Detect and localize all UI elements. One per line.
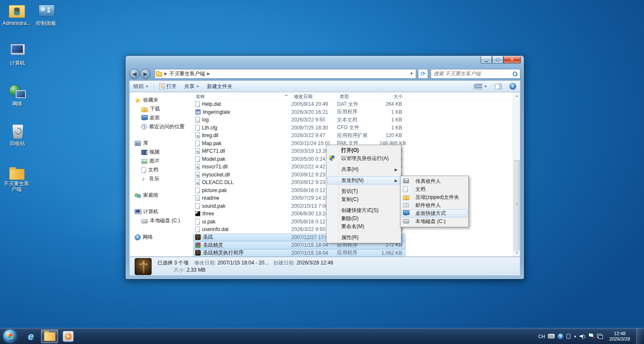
monitor-icon	[403, 210, 409, 216]
disk-icon	[403, 219, 409, 223]
sidebar-item[interactable]: 图片	[130, 157, 193, 165]
mail-icon	[403, 203, 409, 207]
file-row[interactable]: ltreg.dll2026/3/22 9:47应用程序扩展120 KB	[193, 132, 406, 140]
context-menu-item[interactable]: 重命名(M)	[327, 223, 400, 231]
sidebar-gap	[130, 131, 193, 139]
taskbar-media-player-button[interactable]	[60, 330, 77, 343]
sidebar-item[interactable]: 音乐	[130, 174, 193, 183]
address-dropdown-icon[interactable]: ▼	[408, 72, 415, 76]
sidebar-section-2[interactable]: 家庭组	[130, 191, 193, 200]
clock[interactable]: 12:48 2026/3/28	[606, 331, 633, 342]
scroll-down-icon[interactable]: ▼	[514, 250, 520, 256]
organize-label: 组织	[133, 83, 144, 90]
column-header-1[interactable]: 修改日期	[291, 92, 337, 100]
file-row[interactable]: Help.dat2005/8/14 20:49DAT 文件264 KB	[193, 100, 406, 108]
show-hidden-icons-icon[interactable]: ▲	[573, 334, 577, 338]
preview-pane-button[interactable]	[491, 82, 506, 91]
volume-icon[interactable]	[580, 334, 586, 339]
file-row[interactable]: lingeringtale2026/3/20 16:21应用程序1 KB	[193, 108, 406, 116]
file-name: Model.pak	[202, 156, 225, 162]
sidebar-section-0[interactable]: 收藏夹	[130, 96, 193, 105]
system-tray: CH ? ▲ 12:48 2026/3/28	[538, 328, 644, 344]
send-to-item[interactable]: 压缩(zipped)文件夹	[401, 193, 467, 201]
breadcrumb[interactable]: 不灭重生客户端	[169, 70, 205, 77]
desktop-icon[interactable]: Administra...	[3, 3, 30, 26]
context-menu-item[interactable]: 打开(O)	[327, 146, 400, 154]
input-language-indicator[interactable]: CH	[538, 334, 545, 339]
file-row[interactable]: log2026/3/22 9:50文本文档1 KB	[193, 116, 406, 124]
file-name: MFC71.dll	[202, 148, 225, 154]
sidebar-item[interactable]: 文档	[130, 165, 193, 174]
maximize-button[interactable]: ▢	[492, 56, 503, 63]
file-typename-cell: 文本文档	[337, 116, 379, 124]
context-menu-item[interactable]: 复制(C)	[327, 195, 400, 204]
send-to-item[interactable]: 本地磁盘 (C:)	[401, 217, 467, 226]
sidebar-item[interactable]: 最近访问的位置	[130, 122, 193, 131]
file-name-cell: lingeringtale	[193, 109, 291, 115]
sidebar-section-3[interactable]: 计算机	[130, 207, 193, 216]
context-menu-item[interactable]: 创建快捷方式(S)	[327, 206, 400, 215]
scrollbar-thumb[interactable]	[514, 160, 520, 250]
vertical-scrollbar[interactable]: ▲ ▼	[513, 92, 520, 256]
forward-button[interactable]: ▶	[140, 69, 151, 79]
size-value: 2.33 MB	[187, 267, 206, 273]
sidebar-section-1[interactable]: 库	[130, 139, 193, 148]
column-header-3[interactable]: 大小	[379, 92, 406, 100]
sidebar-item[interactable]: 桌面	[130, 113, 193, 122]
address-bar[interactable]: ▶ 不灭重生客户端 ▶ ▼	[155, 69, 416, 79]
share-button[interactable]: 共享 ▼	[180, 82, 203, 91]
file-name-cell: userinfo.dat	[193, 226, 291, 232]
views-button[interactable]: ▼	[472, 82, 491, 91]
sidebar-item-label: 下载	[150, 105, 160, 113]
action-center-icon[interactable]	[589, 333, 594, 339]
context-menu: 打开(O)以管理员身份运行(A)共享(H)▶发送到(N)▶剪切(T)复制(C)创…	[326, 145, 401, 243]
show-desktop-button[interactable]	[636, 328, 641, 344]
column-header-2[interactable]: 类型	[337, 92, 379, 100]
taskbar-ie-button[interactable]: e	[22, 330, 39, 343]
desktop-icon[interactable]: 回收站	[3, 123, 31, 146]
send-to-item[interactable]: 邮件收件人	[401, 201, 467, 209]
send-to-item[interactable]: 文档	[401, 185, 467, 193]
network-status-icon[interactable]	[597, 334, 603, 339]
back-button[interactable]: ◀	[129, 69, 140, 79]
open-button[interactable]: 打开	[155, 82, 180, 91]
column-header-0[interactable]: 名称	[193, 92, 291, 100]
start-button[interactable]	[3, 330, 17, 343]
send-to-item[interactable]: 桌面快捷方式	[401, 209, 467, 217]
new-folder-button[interactable]: 新建文件夹	[203, 82, 236, 91]
file-typename-cell: 应用程序	[337, 249, 379, 256]
sidebar-item[interactable]: 视频	[130, 148, 193, 157]
taskbar-explorer-button[interactable]	[41, 330, 58, 343]
sidebar-item[interactable]: 本地磁盘 (C:)	[130, 216, 193, 225]
keyboard-icon[interactable]	[548, 334, 555, 338]
desktop-icon[interactable]: 控制面板	[32, 3, 60, 26]
context-menu-item[interactable]: 共享(H)▶	[327, 165, 400, 173]
organize-button[interactable]: 组织 ▼	[130, 82, 152, 91]
taskbar: e CH ? ▲ 12:48 2026/3/28	[0, 328, 644, 344]
scroll-up-icon[interactable]: ▲	[514, 93, 520, 99]
desktop-icon[interactable]: 不灭重生客户端	[3, 163, 30, 192]
context-menu-item[interactable]: 剪切(T)	[327, 187, 400, 195]
file-row[interactable]: Lth.cfg2008/7/25 18:30CFG 文件1 KB	[193, 124, 406, 132]
modified-value: 2007/1/15 18:04 - 20...	[217, 260, 268, 266]
search-box[interactable]: 搜索 不灭重生客户端	[431, 69, 520, 79]
close-button[interactable]: ✕	[503, 56, 521, 63]
sidebar-section-4[interactable]: 网络	[130, 233, 193, 242]
menu-item-label: 复制(C)	[341, 196, 359, 203]
help-button[interactable]: ?	[506, 82, 520, 91]
file-name: 圣战	[203, 234, 213, 241]
context-menu-item[interactable]: 发送到(N)▶	[327, 176, 400, 184]
refresh-button[interactable]: ⟳	[418, 69, 428, 79]
context-menu-item[interactable]: 以管理员身份运行(A)	[327, 154, 400, 162]
context-menu-item[interactable]: 删除(D)	[327, 215, 400, 223]
file-row[interactable]: 圣战精灵执行程序2007/1/15 18:04应用程序1,062 KB	[193, 249, 406, 257]
desktop-icon[interactable]: 计算机	[3, 42, 31, 66]
desktop-icon[interactable]: 网络	[3, 83, 31, 107]
tray-device-icon[interactable]	[567, 334, 570, 339]
tray-help-icon[interactable]: ?	[558, 333, 564, 339]
context-menu-item[interactable]: 属性(R)	[327, 234, 400, 242]
disk-icon	[141, 219, 148, 223]
send-to-item[interactable]: 传真收件人	[401, 177, 467, 185]
minimize-button[interactable]: ▁	[481, 56, 492, 63]
sidebar-item[interactable]: 下载	[130, 105, 193, 113]
